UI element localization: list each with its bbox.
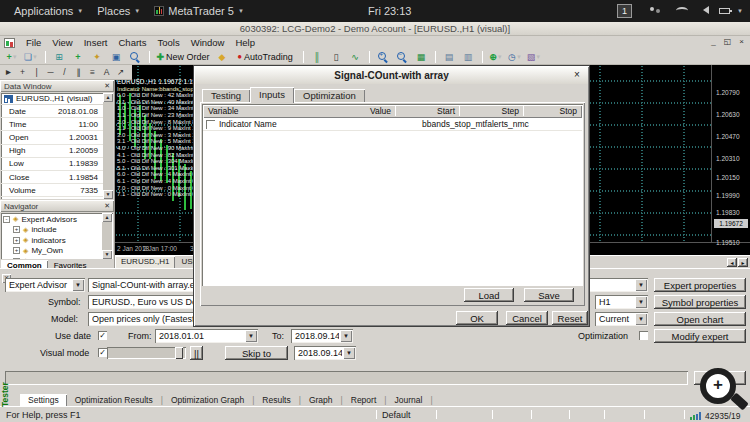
tab-graph[interactable]: Graph [301,394,341,406]
navigator-icon[interactable]: ✦ [88,50,106,64]
scroll-down-icon[interactable]: ▼ [102,250,112,259]
channel-icon[interactable]: ∥ [72,65,85,79]
row-checkbox[interactable] [206,120,215,129]
tree-item-my-own[interactable]: + ◈ My_Own [3,246,113,257]
period-select[interactable]: H1▼ [595,295,648,309]
tab-optimization[interactable]: Optimization [294,89,365,103]
menu-charts[interactable]: Charts [119,37,147,48]
speed-slider[interactable] [107,347,186,359]
menu-window[interactable]: Window [191,37,225,48]
tab-optimization-graph[interactable]: Optimization Graph [163,394,252,406]
scroll-up-icon[interactable]: ▲ [103,93,113,102]
tab-report[interactable]: Report [343,394,385,406]
load-button[interactable]: Load [464,288,514,302]
tab-inputs[interactable]: Inputs [250,87,294,103]
modify-expert-button[interactable]: Modify expert [654,329,746,343]
mdi-close-icon[interactable]: × [735,37,748,48]
mdi-minimize-icon[interactable]: _ [707,37,720,48]
visual-mode-checkbox[interactable] [98,348,107,357]
text-label-icon[interactable]: A [100,65,113,79]
indicators-icon[interactable]: ⊕▼ [487,50,505,64]
autotrading-button[interactable]: ● AutoTrading [232,50,298,64]
terminal-icon[interactable]: ▣ [107,50,125,64]
auto-arrange-icon[interactable]: ▤ [440,50,458,64]
slider-thumb[interactable] [175,347,183,359]
tab-settings[interactable]: Settings [20,394,67,406]
wifi-icon[interactable] [676,7,688,14]
close-icon[interactable]: ✕ [104,82,110,90]
horizontal-line-icon[interactable]: ─ [44,65,57,79]
to-date-select[interactable]: 2018.09.14▼ [291,329,353,343]
dialog-close-icon[interactable]: × [571,69,583,81]
from-date-select[interactable]: 2018.01.01▼ [155,329,258,343]
tester-side-label[interactable]: Tester [0,372,11,418]
dialog-titlebar[interactable]: Signal-COunt-with array [195,67,588,84]
spread-select[interactable]: Current▼ [595,312,648,326]
cascade-windows-icon[interactable]: ▥ [459,50,477,64]
data-window-icon[interactable]: + [69,50,87,64]
metatrader-menu[interactable]: MetaTrader 5 ▼ [154,5,244,17]
network-users-icon[interactable] [650,7,662,15]
header-variable[interactable]: Variable [208,105,239,118]
tester-type-select[interactable]: Expert Advisor▼ [5,278,85,292]
header-value[interactable]: Value [333,105,391,118]
fibonacci-icon[interactable]: ≡ [86,65,99,79]
bar-chart-icon[interactable]: ║ [308,50,326,64]
metaeditor-icon[interactable]: ◆ [213,50,231,64]
chart-document-icon[interactable] [4,38,15,48]
symbol-properties-button[interactable]: Symbol properties [654,295,746,309]
close-icon[interactable]: ✕ [104,202,110,210]
expand-icon[interactable]: + [13,247,20,254]
tab-results[interactable]: Results [254,394,298,406]
expand-icon[interactable]: + [13,237,20,244]
menu-view[interactable]: View [52,37,72,48]
periods-clock-icon[interactable]: ◷▼ [506,50,524,64]
tray-chevron-down-icon[interactable]: ▼ [737,8,743,14]
input-value[interactable]: bbands_stop_mtfalerts_nmc [422,118,529,131]
data-window-scrollbar[interactable]: ▲ ▼ [103,93,113,199]
zoom-out-icon[interactable]: − [393,50,411,64]
navigator-scrollbar[interactable]: ▲ ▼ [102,213,112,259]
candlestick-chart-icon[interactable]: ▯ [327,50,345,64]
tab-journal[interactable]: Journal [386,394,430,406]
tree-item-include[interactable]: + ◈ include [3,225,113,236]
reset-button[interactable]: Reset [552,311,588,325]
trendline-icon[interactable]: / [58,65,71,79]
templates-icon[interactable]: ▧▼ [525,50,543,64]
market-watch-icon[interactable]: ⊞ [50,50,68,64]
expand-icon[interactable]: + [13,226,20,233]
menu-file[interactable]: File [26,37,41,48]
input-row-indicator-name[interactable]: Indicator Name bbands_stop_mtfalerts_nmc [203,118,582,131]
cancel-button[interactable]: Cancel [506,311,548,325]
tile-windows-icon[interactable]: ▦ [412,50,430,64]
data-window-symbol-row[interactable]: EURUSD.,H1 (visual) [1,93,113,105]
save-button[interactable]: Save [524,288,574,302]
desktop-clock[interactable]: Fri 23:13 [368,5,411,17]
menu-tools[interactable]: Tools [157,37,179,48]
tree-item-indicators[interactable]: + ◈ indicators [3,235,113,246]
new-chart-icon[interactable]: +▼ [3,50,21,64]
menu-help[interactable]: Help [235,37,255,48]
pause-button[interactable]: || [190,346,203,360]
battery-icon[interactable] [719,8,730,14]
tab-scroll-left-icon[interactable]: ◄ [727,258,737,267]
menu-insert[interactable]: Insert [84,37,108,48]
profiles-icon[interactable]: ❏▼ [22,50,40,64]
data-window-header[interactable]: Data Window ✕ [0,80,114,92]
tab-testing[interactable]: Testing [202,89,250,103]
arrows-icon[interactable]: ↗ [114,65,127,79]
use-date-checkbox[interactable] [98,331,107,340]
skip-to-date-select[interactable]: 2018.09.14▼ [294,346,356,360]
new-order-button[interactable]: ✚New Order [154,50,212,64]
applications-menu[interactable]: Applications ▼ [14,5,83,17]
ok-button[interactable]: OK [456,311,498,325]
optimization-checkbox[interactable] [639,331,648,340]
vertical-line-icon[interactable]: | [30,65,43,79]
places-menu[interactable]: Places ▼ [97,5,140,17]
volume-icon[interactable] [699,6,709,14]
workspace-indicator[interactable]: 1 [617,4,632,18]
strategy-tester-icon[interactable] [126,50,144,64]
crosshair-icon[interactable]: + [16,65,29,79]
header-start[interactable]: Start [399,105,455,118]
expert-properties-button[interactable]: Expert properties [654,278,746,292]
